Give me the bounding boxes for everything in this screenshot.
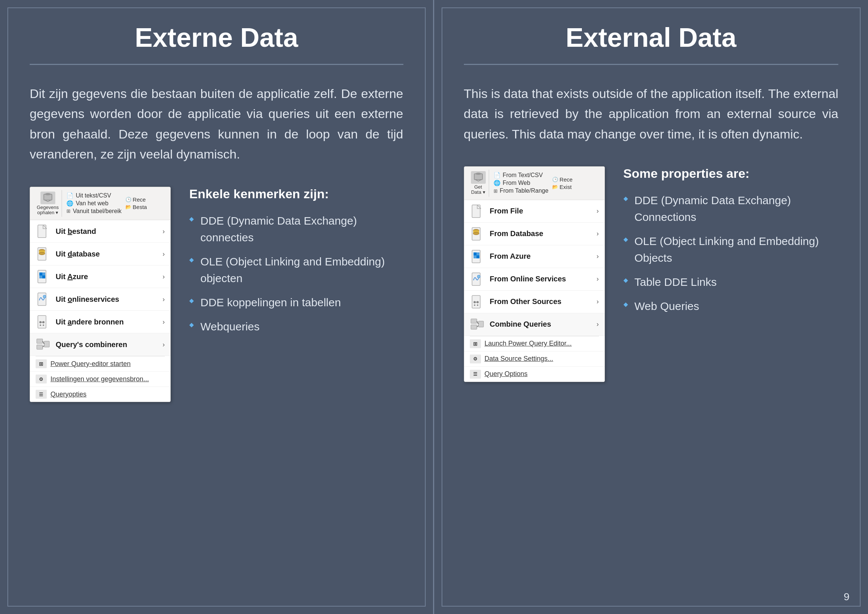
right-menu-label-online: From Online Services — [490, 275, 597, 283]
left-description: Dit zijn gegevens die bestaan buiten de … — [30, 84, 403, 164]
left-ribbon-item-3: Vanuit tabel/bereik — [73, 208, 121, 215]
left-ribbon-row-3: ⊞ Vanuit tabel/bereik — [67, 208, 121, 215]
right-menu-item-azure[interactable]: From Azure › — [464, 245, 604, 268]
left-ribbon-mini-items: 📄 Uit tekst/CSV 🌐 Van het web ⊞ Vanuit t… — [67, 192, 121, 215]
right-ribbon-row-3: ⊞ From Table/Range — [494, 188, 549, 194]
right-panel: External Data This is data that exists o… — [434, 0, 868, 614]
svg-point-28 — [473, 232, 479, 235]
left-menu-arrow-azure: › — [163, 273, 165, 281]
left-menu-label-other: Uit andere bronnen — [56, 318, 163, 326]
right-settings-icon: ⚙ — [470, 355, 481, 363]
left-ribbon-row-2: 🌐 Van het web — [67, 200, 121, 207]
right-ribbon: GetData ▾ 📄 From Text/CSV 🌐 From Web ⊞ — [464, 167, 604, 200]
left-menu-item-azure[interactable]: Uit Azure › — [30, 265, 170, 288]
left-menu-items: Uit bestand › Uit database › — [30, 220, 170, 402]
left-menu-label-db: Uit database — [56, 250, 163, 258]
left-footer-settings[interactable]: ⚙ Instellingen voor gegevensbron... — [30, 372, 170, 387]
right-footer-options[interactable]: ☰ Query Options — [464, 367, 604, 381]
right-pq-icon: ⊞ — [470, 339, 481, 348]
right-file-icon — [470, 204, 485, 219]
left-footer-pq-label: Power Query-editor starten — [50, 360, 131, 368]
right-combine-icon — [470, 317, 485, 332]
right-menu-items: From File › From Database › — [464, 200, 604, 381]
right-bullet-2: OLE (Object Linking and Embedding) Objec… — [623, 233, 839, 266]
left-menu-item-file[interactable]: Uit bestand › — [30, 220, 170, 243]
right-footer-pq-label: Launch Power Query Editor... — [485, 340, 572, 347]
right-menu-item-online[interactable]: From Online Services › — [464, 268, 604, 291]
left-bullet-section: Enkele kenmerken zijn: DDE (Dynamic Data… — [189, 187, 403, 342]
left-bullet-1: DDE (Dynamic Data Exchange) connecties — [189, 212, 403, 246]
right-menu-label-file: From File — [490, 207, 597, 215]
right-menu-item-file[interactable]: From File › — [464, 200, 604, 223]
right-menu-item-combine[interactable]: Combine Queries › — [464, 313, 604, 336]
right-menu-label-other: From Other Sources — [490, 297, 597, 306]
right-ribbon-mini-items: 📄 From Text/CSV 🌐 From Web ⊞ From Table/… — [494, 172, 549, 194]
left-menu-arrow-other: › — [163, 318, 165, 326]
right-ribbon-item-2: From Web — [503, 180, 530, 186]
left-screenshot: Gegevensophalen ▾ 📄 Uit tekst/CSV 🌐 Van … — [30, 187, 171, 402]
left-footer-options[interactable]: ☰ Queryopties — [30, 387, 170, 402]
left-online-icon — [36, 292, 50, 307]
svg-rect-8 — [39, 273, 42, 276]
svg-rect-14 — [38, 316, 46, 328]
left-menu-label-file: Uit bestand — [56, 227, 163, 236]
left-menu-label-azure: Uit Azure — [56, 273, 163, 281]
svg-point-39 — [474, 304, 475, 306]
right-menu-arrow-online: › — [597, 275, 599, 283]
svg-point-1 — [45, 193, 51, 195]
right-ribbon-row-1: 📄 From Text/CSV — [494, 172, 549, 178]
right-menu-item-other[interactable]: From Other Sources › — [464, 291, 604, 313]
svg-point-18 — [43, 324, 44, 326]
left-footer-pq[interactable]: ⊞ Power Query-editor starten — [30, 357, 170, 372]
left-menu-item-combine[interactable]: Query's combineren › — [30, 333, 170, 356]
right-azure-icon — [470, 249, 485, 264]
right-menu-arrow-combine: › — [597, 320, 599, 328]
svg-rect-42 — [471, 325, 477, 329]
right-footer-settings-label: Data Source Settings... — [485, 355, 553, 363]
right-menu-label-db: From Database — [490, 229, 597, 238]
left-menu-arrow-file: › — [163, 228, 165, 236]
right-menu-arrow-azure: › — [597, 253, 599, 260]
right-footer-options-label: Query Options — [485, 370, 528, 378]
right-bullet-1: DDE (Dynamic Data Exchange) Connections — [623, 192, 839, 225]
left-azure-icon — [36, 269, 50, 284]
svg-rect-41 — [471, 319, 477, 323]
svg-rect-20 — [37, 345, 43, 349]
left-title: Externe Data — [30, 22, 403, 65]
left-ribbon-item-1: Uit tekst/CSV — [76, 192, 111, 199]
right-menu-arrow-other: › — [597, 298, 599, 305]
left-footer-options-label: Queryopties — [50, 391, 87, 398]
right-menu-label-azure: From Azure — [490, 252, 597, 260]
left-ribbon-item-2: Van het web — [76, 200, 108, 207]
left-ribbon: Gegevensophalen ▾ 📄 Uit tekst/CSV 🌐 Van … — [30, 187, 170, 220]
svg-rect-9 — [42, 273, 45, 276]
left-ribbon-recent: 🕒 Rece — [126, 196, 147, 203]
right-screenshot: GetData ▾ 📄 From Text/CSV 🌐 From Web ⊞ — [464, 166, 605, 382]
right-menu-label-combine: Combine Queries — [490, 320, 597, 329]
right-footer-settings[interactable]: ⚙ Data Source Settings... — [464, 352, 604, 367]
left-menu-item-database[interactable]: Uit database › — [30, 243, 170, 265]
left-menu-item-other[interactable]: Uit andere bronnen › — [30, 311, 170, 333]
right-description: This is data that exists outside of the … — [464, 84, 839, 144]
svg-point-13 — [43, 295, 46, 298]
svg-point-17 — [40, 324, 41, 326]
svg-rect-11 — [42, 276, 45, 278]
svg-rect-32 — [474, 256, 476, 258]
right-ribbon-item-3: From Table/Range — [500, 188, 549, 194]
right-ribbon-existing: 📂 Exist — [552, 184, 573, 190]
right-ribbon-row-2: 🌐 From Web — [494, 180, 549, 186]
left-bullet-2: OLE (Object Linking and Embedding) objec… — [189, 253, 403, 287]
svg-rect-33 — [476, 256, 479, 258]
right-db-icon — [470, 226, 485, 241]
left-bullet-3: DDE koppelingen in tabellen — [189, 294, 403, 311]
right-ribbon-get-data: GetData ▾ — [468, 170, 489, 197]
left-menu-item-online[interactable]: Uit onlineservices › — [30, 288, 170, 311]
left-ribbon-right-icons: 🕒 Rece 📂 Besta — [126, 196, 147, 210]
left-bullet-list: DDE (Dynamic Data Exchange) connecties O… — [189, 212, 403, 335]
left-footer-settings-label: Instellingen voor gegevensbron... — [50, 375, 149, 383]
right-menu-item-database[interactable]: From Database › — [464, 223, 604, 245]
svg-rect-31 — [476, 253, 479, 256]
right-footer-pq[interactable]: ⊞ Launch Power Query Editor... — [464, 336, 604, 352]
left-menu-arrow-db: › — [163, 250, 165, 258]
left-options-icon: ☰ — [36, 390, 47, 399]
